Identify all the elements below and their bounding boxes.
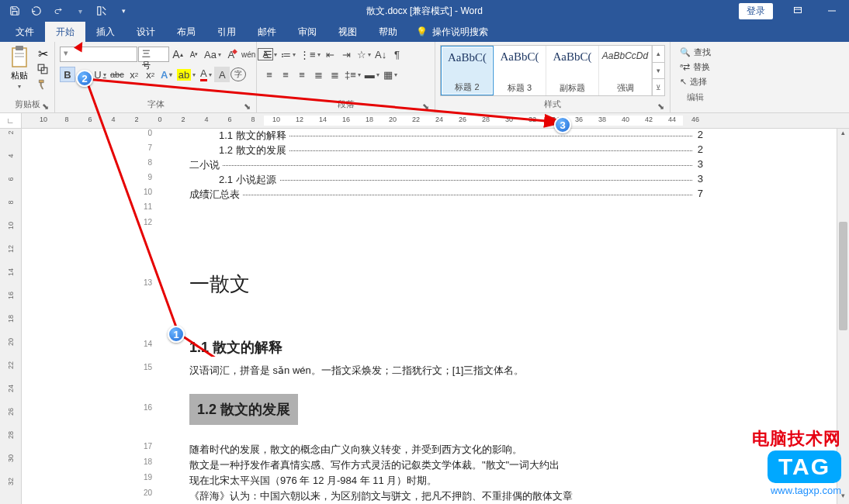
page-canvas[interactable]: 01.1 散文的解释271.2 散文的发展28二小说392.1 小说起源310成… <box>22 129 849 504</box>
align-distributed-icon[interactable]: ≣ <box>327 67 342 82</box>
tab-home[interactable]: 开始 <box>45 22 85 42</box>
find-button[interactable]: 🔍查找 <box>680 47 711 58</box>
tab-insert[interactable]: 插入 <box>85 22 126 42</box>
font-launcher-icon[interactable]: ⬊ <box>242 102 251 111</box>
title-bar: ▾ ▾ 散文.docx [兼容模式] - Word 登录 <box>0 0 849 22</box>
borders-button[interactable]: ▦▾ <box>382 67 399 82</box>
line-number: 10 <box>137 188 152 196</box>
tell-me-search[interactable]: 💡 操作说明搜索 <box>408 22 496 42</box>
tab-help[interactable]: 帮助 <box>368 22 408 42</box>
svg-rect-7 <box>15 56 24 57</box>
paragraph-text: 散文是一种抒发作者真情实感、写作方式灵活的记叙类文学体裁。"散文"一词大约出 <box>189 457 703 472</box>
line-number: 14 <box>137 340 152 348</box>
align-center-icon[interactable]: ≡ <box>278 67 293 82</box>
group-editing: 🔍查找 ᵃ⇄替换 ↖选择 编辑 <box>671 42 720 112</box>
line-number: 20 <box>137 488 152 497</box>
subscript-button[interactable]: x2 <box>126 67 142 82</box>
minimize-icon[interactable] <box>815 0 849 22</box>
styles-launcher-icon[interactable]: ⬊ <box>656 102 665 111</box>
asian-layout-button[interactable]: ☆▾ <box>355 47 373 62</box>
tab-mail[interactable]: 邮件 <box>247 22 287 42</box>
multilevel-button[interactable]: ⋮≡▾ <box>298 47 322 62</box>
show-marks-icon[interactable]: ¶ <box>390 47 405 62</box>
highlight-button[interactable]: ab▾ <box>175 67 197 82</box>
redo-icon[interactable] <box>48 1 68 21</box>
enclose-char-button[interactable]: 字 <box>230 67 246 81</box>
bold-button[interactable]: B <box>60 67 75 82</box>
grow-font-icon[interactable]: A▴ <box>170 47 185 62</box>
underline-button[interactable]: U▾ <box>92 67 108 82</box>
align-right-icon[interactable]: ≡ <box>294 67 310 82</box>
change-case-icon[interactable]: Aa▾ <box>203 47 223 62</box>
sort-icon[interactable]: A↓ <box>373 47 389 62</box>
ruler-corner[interactable]: ∟ <box>0 113 22 128</box>
select-button[interactable]: ↖选择 <box>680 76 711 88</box>
replace-button[interactable]: ᵃ⇄替换 <box>680 61 711 73</box>
svg-rect-5 <box>16 46 23 50</box>
paragraph-text: 汉语词汇，拼音是 sǎn wén。一指文采焕发；二指犹行文；[1]三指文体名。 <box>189 363 703 378</box>
gallery-up-icon[interactable]: ▴ <box>653 46 664 63</box>
tab-file[interactable]: 文件 <box>5 22 45 42</box>
tab-references[interactable]: 引用 <box>206 22 247 42</box>
increase-indent-icon[interactable]: ⇥ <box>339 47 355 62</box>
ribbon-display-options-icon[interactable] <box>781 0 815 22</box>
shrink-font-icon[interactable]: A▾ <box>186 47 202 62</box>
style-emphasis[interactable]: AaBbCcDd 强调 <box>599 46 652 95</box>
text-effects-button[interactable]: A▾ <box>159 67 175 82</box>
ribbon: 粘贴 ▾ ✂ 剪贴板⬊ ▾ 三号 A▴ A▾ Aa▾ A◆ <box>0 42 849 113</box>
tab-view[interactable]: 视图 <box>327 22 368 42</box>
ruler-vertical[interactable]: 2468101214161820222426283032 <box>0 129 22 504</box>
toc-entry[interactable]: 成绩汇总表 <box>189 188 243 202</box>
heading-2-selected[interactable]: 1.2 散文的发展 <box>189 394 298 425</box>
bullets-button[interactable]: ☰▾ <box>262 47 279 62</box>
superscript-button[interactable]: x2 <box>143 67 158 82</box>
save-icon[interactable] <box>5 1 25 21</box>
font-name-select[interactable]: ▾ <box>60 47 137 62</box>
decrease-indent-icon[interactable]: ⇤ <box>323 47 338 62</box>
phonetic-guide-icon[interactable]: wén <box>240 47 257 62</box>
tab-review[interactable]: 审阅 <box>287 22 327 42</box>
qat-customize-icon[interactable]: ▾ <box>113 1 133 21</box>
toc-entry[interactable]: 2.1 小说起源 <box>219 173 279 187</box>
tab-layout[interactable]: 布局 <box>166 22 206 42</box>
touch-mode-icon[interactable] <box>92 1 112 21</box>
paragraph-launcher-icon[interactable]: ⬊ <box>421 102 430 111</box>
toc-row: 71.2 散文的发展2 <box>160 143 703 157</box>
cut-icon[interactable]: ✂ <box>36 47 50 60</box>
align-justify-icon[interactable]: ≣ <box>310 67 326 82</box>
scrollbar-thumb[interactable] <box>839 222 847 330</box>
undo-icon[interactable] <box>26 1 47 21</box>
font-color-button[interactable]: A▾ <box>198 67 213 82</box>
numbering-button[interactable]: ≔▾ <box>279 47 297 62</box>
clipboard-launcher-icon[interactable]: ⬊ <box>40 102 50 111</box>
tab-design[interactable]: 设计 <box>126 22 166 42</box>
toc-entry[interactable]: 二小说 <box>189 158 223 172</box>
style-subtitle[interactable]: AaBbC( 副标题 <box>546 46 599 95</box>
strikethrough-button[interactable]: abc <box>109 67 126 82</box>
toc-entry[interactable]: 1.2 散文的发展 <box>219 143 289 157</box>
document-area: 2468101214161820222426283032 01.1 散文的解释2… <box>0 129 849 504</box>
paste-button[interactable]: 粘贴 ▾ <box>5 43 34 90</box>
ruler-track[interactable]: 1086420246810121416182022242628303234363… <box>22 113 849 128</box>
align-left-icon[interactable]: ≡ <box>262 67 277 82</box>
format-painter-icon[interactable] <box>36 78 50 91</box>
line-number: 16 <box>137 403 152 412</box>
font-size-select[interactable]: 三号 <box>138 47 169 62</box>
paragraph-text: 随着时代的发展，散文的概念由广义向狭义转变，并受到西方文化的影响。 <box>189 442 703 457</box>
shading-button[interactable]: ▬▾ <box>363 67 381 82</box>
group-clipboard: 粘贴 ▾ ✂ 剪贴板⬊ <box>0 42 55 112</box>
italic-button[interactable]: I <box>76 67 92 82</box>
line-spacing-button[interactable]: ‡≡▾ <box>343 67 362 82</box>
toc-entry[interactable]: 1.1 散文的解释 <box>219 129 289 143</box>
copy-icon[interactable] <box>36 62 50 76</box>
gallery-more-icon[interactable]: ⊻ <box>653 79 664 95</box>
replace-icon: ᵃ⇄ <box>680 62 690 72</box>
body-line: 19现在北宋太平兴国（976 年 12 月-984 年 11 月）时期。 <box>160 473 703 487</box>
gallery-down-icon[interactable]: ▾ <box>653 63 664 80</box>
style-heading3[interactable]: AaBbC( 标题 3 <box>494 46 546 95</box>
char-shading-button[interactable]: A <box>214 67 230 82</box>
style-heading2[interactable]: AaBbC( 标题 2 <box>441 46 494 95</box>
clear-format-icon[interactable]: A◆ <box>224 47 239 62</box>
login-button[interactable]: 登录 <box>739 3 773 19</box>
svg-rect-1 <box>795 8 802 13</box>
